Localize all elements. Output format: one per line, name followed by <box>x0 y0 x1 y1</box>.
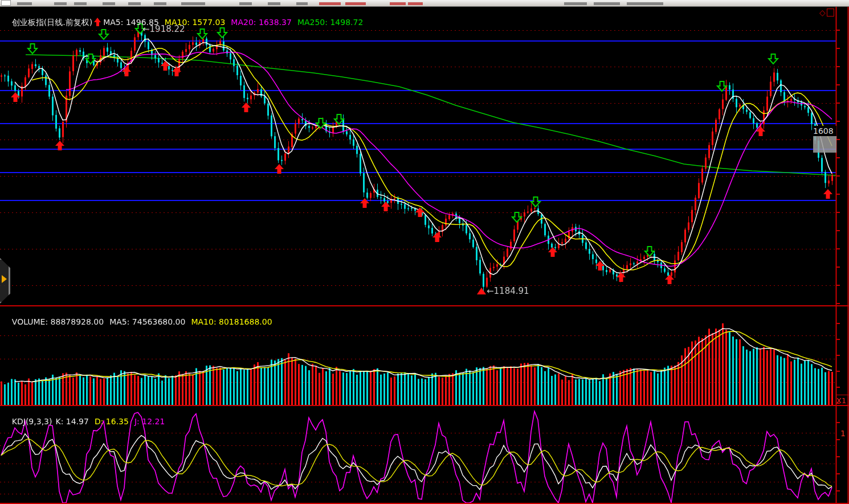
volume-ma5: MA5: 74563680.00 <box>109 317 185 326</box>
menubar-fragment[interactable] <box>564 2 587 5</box>
chart-canvas[interactable] <box>0 0 849 504</box>
box-icon[interactable] <box>827 9 834 17</box>
up-arrow-icon <box>94 18 101 26</box>
low-price-annotation: ←1184.91 <box>487 286 529 296</box>
menubar-fragment[interactable] <box>54 2 67 5</box>
menubar-fragment[interactable] <box>74 2 87 5</box>
kdj-d-value: D: 16.35 <box>95 417 129 426</box>
menubar-fragment[interactable] <box>239 2 252 5</box>
kdj-header: KDJ(9,3,3)K: 14.97D: 16.35J: 12.21 <box>2 406 165 416</box>
axis-price-highlight <box>813 136 836 153</box>
menubar <box>0 0 849 7</box>
low-marker-triangle <box>477 288 486 294</box>
kdj-axis-tick-label: 1 <box>840 429 846 438</box>
menubar-fragment[interactable] <box>181 2 205 5</box>
menubar-fragment[interactable] <box>390 2 406 5</box>
ma10-value: MA10: 1577.03 <box>165 18 226 27</box>
volume-ma10: MA10: 80181688.00 <box>191 317 272 326</box>
axis-price-text: 1608 <box>813 126 836 136</box>
ma250-value: MA250: 1498.72 <box>297 18 363 27</box>
ma20-value: MA20: 1638.37 <box>231 18 292 27</box>
x-scale-label[interactable]: X1 <box>836 395 849 406</box>
ma5-value: MA5: 1496.85 <box>103 18 159 27</box>
menubar-edit-box[interactable] <box>1 0 11 6</box>
diamond-icon[interactable]: ◇ <box>819 8 827 17</box>
menubar-fragment[interactable] <box>627 2 663 5</box>
menubar-fragment[interactable] <box>17 2 32 5</box>
volume-value: VOLUME: 88878928.00 <box>12 317 104 326</box>
instrument-title: 创业板指(日线.前复权) <box>12 18 92 27</box>
title-icons: ◇ <box>819 8 834 17</box>
kdj-title: KDJ(9,3,3) <box>12 417 52 426</box>
kdj-j-value: J: 12.21 <box>134 417 165 426</box>
menubar-fragment[interactable] <box>103 2 115 5</box>
menubar-fragment[interactable] <box>408 2 423 5</box>
menubar-fragment[interactable] <box>345 2 366 5</box>
kdj-k-value: K: 14.97 <box>55 417 88 426</box>
menubar-fragment[interactable] <box>128 2 141 5</box>
drawer-arrow-icon <box>2 275 7 283</box>
main-chart-header: 创业板指(日线.前复权)MA5: 1496.85MA10: 1577.03MA2… <box>2 7 363 17</box>
menubar-fragment[interactable] <box>594 2 620 5</box>
menubar-fragment[interactable] <box>268 2 280 5</box>
axis-price-label: 1608 <box>813 126 836 153</box>
menubar-fragment[interactable] <box>296 2 308 5</box>
stock-chart-window: 创业板指(日线.前复权)MA5: 1496.85MA10: 1577.03MA2… <box>0 0 849 504</box>
volume-header: VOLUME: 88878928.00MA5: 74563680.00MA10:… <box>2 306 272 317</box>
menubar-fragment[interactable] <box>319 2 341 5</box>
menubar-fragment[interactable] <box>154 2 166 5</box>
